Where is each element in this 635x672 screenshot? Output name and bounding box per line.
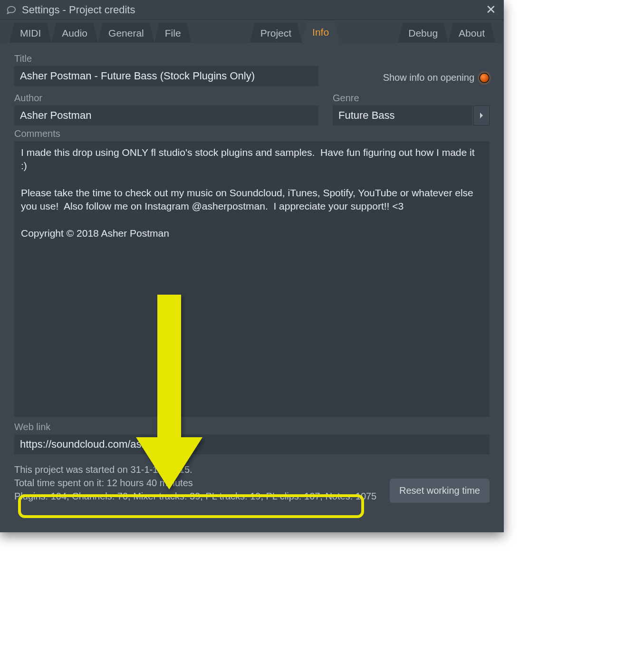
showinfo-toggle[interactable]	[479, 73, 490, 83]
genre-dropdown-button[interactable]	[473, 106, 490, 125]
content: Title Show info on opening Author Genre	[0, 43, 504, 532]
author-input[interactable]	[14, 106, 318, 125]
comments-label: Comments	[14, 128, 490, 139]
project-started-line: This project was started on 31-1-18 21:1…	[14, 463, 376, 476]
showinfo-label: Show info on opening	[383, 72, 474, 83]
comment-icon	[6, 4, 17, 16]
tab-general[interactable]: General	[98, 23, 154, 43]
weblink-label: Web link	[14, 422, 490, 432]
title-input[interactable]	[14, 66, 318, 86]
author-label: Author	[14, 93, 318, 104]
chevron-right-icon	[479, 112, 484, 119]
tab-info[interactable]: Info	[302, 21, 339, 43]
reset-working-time-button[interactable]: Reset working time	[390, 479, 490, 503]
title-label: Title	[14, 53, 318, 64]
tab-debug[interactable]: Debug	[398, 23, 448, 43]
project-stats-line: Plugins: 104, Channels: 70, Mixer tracks…	[14, 490, 376, 503]
tabs: MIDI Audio General File Project Info Deb…	[0, 20, 504, 43]
genre-input[interactable]	[333, 106, 472, 125]
close-icon[interactable]: ✕	[484, 3, 498, 17]
tab-project[interactable]: Project	[250, 23, 302, 43]
tab-about[interactable]: About	[448, 23, 495, 43]
tab-audio[interactable]: Audio	[51, 23, 98, 43]
tab-file[interactable]: File	[154, 23, 192, 43]
weblink-input[interactable]	[14, 434, 490, 454]
settings-window: Settings - Project credits ✕ MIDI Audio …	[0, 0, 504, 532]
genre-label: Genre	[333, 93, 490, 104]
tab-midi[interactable]: MIDI	[10, 23, 51, 43]
window-title: Settings - Project credits	[22, 4, 484, 16]
time-spent-line: Total time spent on it: 12 hours 40 minu…	[14, 476, 376, 490]
comments-textarea[interactable]: I made this drop using ONLY fl studio's …	[14, 141, 490, 417]
footer: This project was started on 31-1-18 21:1…	[14, 463, 490, 503]
titlebar: Settings - Project credits ✕	[0, 0, 504, 20]
